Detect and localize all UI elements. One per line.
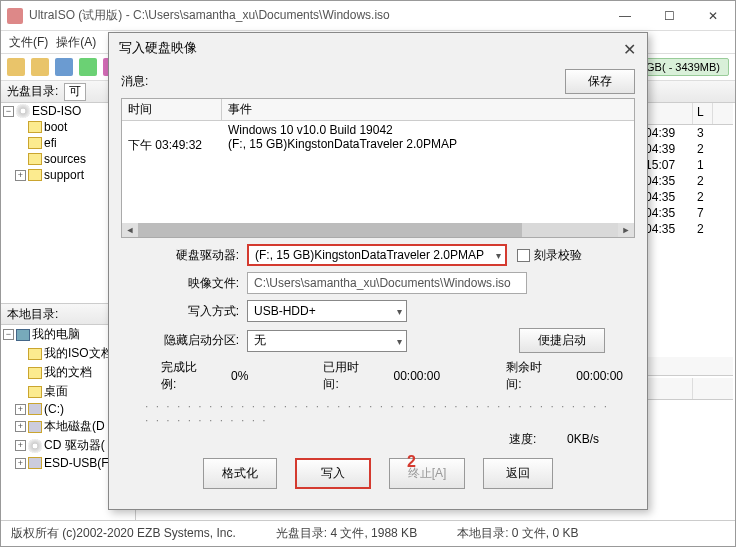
save-button[interactable]: 保存: [565, 69, 635, 94]
folder-icon: [28, 137, 42, 149]
expand-icon[interactable]: +: [15, 170, 26, 181]
drive-icon: [28, 421, 42, 433]
status-disc: 光盘目录: 4 文件, 1988 KB: [276, 525, 417, 542]
titlebar: UltraISO (试用版) - C:\Users\samantha_xu\Do…: [1, 1, 735, 31]
collapse-icon[interactable]: −: [3, 329, 14, 340]
chevron-down-icon: ▾: [397, 335, 402, 346]
disc-dir-label: 光盘目录:: [7, 83, 58, 100]
message-list: 时间 事件 Windows 10 v10.0 Build 19042下午 03:…: [121, 98, 635, 238]
chevron-down-icon: ▾: [397, 306, 402, 317]
app-icon: [7, 8, 23, 24]
computer-icon: [16, 329, 30, 341]
expand-icon[interactable]: +: [15, 404, 26, 415]
minimize-button[interactable]: —: [603, 1, 647, 31]
drive-icon: [28, 403, 42, 415]
folder-icon: [28, 348, 42, 360]
folder-icon: [28, 386, 42, 398]
status-copyright: 版权所有 (c)2002-2020 EZB Systems, Inc.: [11, 525, 236, 542]
folder-icon: [28, 367, 42, 379]
window-title: UltraISO (试用版) - C:\Users\samantha_xu\Do…: [29, 7, 603, 24]
remain-value: 00:00:00: [576, 369, 623, 383]
menu-ops[interactable]: 操作(A): [56, 34, 96, 51]
folder-icon: [28, 169, 42, 181]
progress-bar: · · · · · · · · · · · · · · · · · · · · …: [145, 399, 611, 427]
cd-icon: [28, 439, 42, 453]
hidden-boot-select[interactable]: 无 ▾: [247, 330, 407, 352]
folder-icon: [28, 121, 42, 133]
write-method-select[interactable]: USB-HDD+ ▾: [247, 300, 407, 322]
refresh-icon[interactable]: [79, 58, 97, 76]
remain-label: 剩余时间:: [506, 359, 552, 393]
done-label: 完成比例:: [161, 359, 207, 393]
folder-icon: [28, 153, 42, 165]
expand-icon[interactable]: +: [15, 458, 26, 469]
col-event[interactable]: 事件: [222, 99, 634, 120]
col-time[interactable]: 时间: [122, 99, 222, 120]
annotation-2: 2: [407, 453, 416, 471]
disc-icon: [16, 104, 30, 118]
drive-value: (F:, 15 GB)KingstonDataTraveler 2.0PMAP: [255, 248, 484, 262]
hidden-boot-label: 隐藏启动分区:: [161, 332, 247, 349]
back-button[interactable]: 返回: [483, 458, 553, 489]
drive-select[interactable]: (F:, 15 GB)KingstonDataTraveler 2.0PMAP …: [247, 244, 507, 266]
elapsed-value: 00:00:00: [394, 369, 441, 383]
xpress-boot-button[interactable]: 便捷启动: [519, 328, 605, 353]
scroll-left-icon[interactable]: ◄: [122, 223, 138, 237]
collapse-icon[interactable]: −: [3, 106, 14, 117]
expand-icon[interactable]: +: [15, 421, 26, 432]
write-disk-image-dialog: 写入硬盘映像 ✕ 消息: 保存 时间 事件 Windows 10 v10.0 B…: [108, 32, 648, 510]
message-row[interactable]: Windows 10 v10.0 Build 19042: [128, 123, 628, 137]
elapsed-label: 已用时间:: [323, 359, 369, 393]
local-dir-label: 本地目录:: [7, 306, 58, 323]
new-icon[interactable]: [7, 58, 25, 76]
open-icon[interactable]: [31, 58, 49, 76]
msg-label: 消息:: [121, 73, 177, 90]
col-l[interactable]: L: [693, 103, 713, 124]
dialog-title: 写入硬盘映像: [109, 33, 647, 63]
chevron-down-icon: ▾: [496, 250, 501, 261]
drive-label: 硬盘驱动器:: [161, 247, 247, 264]
statusbar: 版权所有 (c)2002-2020 EZB Systems, Inc. 光盘目录…: [1, 520, 735, 546]
close-button[interactable]: ✕: [691, 1, 735, 31]
status-local: 本地目录: 0 文件, 0 KB: [457, 525, 578, 542]
scroll-thumb[interactable]: [138, 223, 522, 237]
save-icon[interactable]: [55, 58, 73, 76]
format-button[interactable]: 格式化: [203, 458, 277, 489]
write-button[interactable]: 写入: [295, 458, 371, 489]
write-method-label: 写入方式:: [161, 303, 247, 320]
dialog-close-button[interactable]: ✕: [619, 39, 639, 59]
disc-combo[interactable]: 可: [64, 83, 86, 101]
h-scrollbar[interactable]: ◄ ►: [122, 223, 634, 237]
abort-button[interactable]: 终止[A]: [389, 458, 466, 489]
speed-value: 0KB/s: [567, 432, 599, 446]
menu-file[interactable]: 文件(F): [9, 34, 48, 51]
message-row[interactable]: 下午 03:49:32(F:, 15 GB)KingstonDataTravel…: [128, 137, 628, 154]
expand-icon[interactable]: +: [15, 440, 26, 451]
scroll-right-icon[interactable]: ►: [618, 223, 634, 237]
drive-icon: [28, 457, 42, 469]
image-label: 映像文件:: [161, 275, 247, 292]
maximize-button[interactable]: ☐: [647, 1, 691, 31]
image-path-input[interactable]: C:\Users\samantha_xu\Documents\Windows.i…: [247, 272, 527, 294]
verify-checkbox[interactable]: 刻录校验: [517, 247, 582, 264]
done-value: 0%: [231, 369, 248, 383]
speed-label: 速度:: [509, 432, 536, 446]
